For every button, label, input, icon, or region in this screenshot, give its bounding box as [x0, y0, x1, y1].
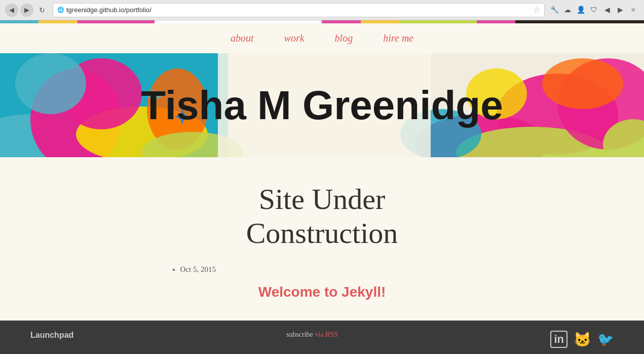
footer: Launchpad subscribe via RSS in 🐱 🐦 [0, 321, 644, 354]
back-button[interactable]: ◀ [5, 4, 18, 17]
browser-chrome: ◀ ▶ ↻ 🌐 ☆ 🔧 ☁ 👤 🛡 ◀ ▶ ≡ [0, 0, 644, 20]
address-input[interactable] [66, 6, 531, 14]
extensions-icon[interactable]: 🔧 [549, 5, 560, 16]
page-icon: 🌐 [57, 7, 64, 13]
under-construction-heading: Site Under Construction [10, 183, 634, 250]
post-list: Oct 5, 2015 [170, 265, 474, 274]
svg-point-5 [15, 53, 86, 114]
shield-icon[interactable]: 🛡 [588, 5, 599, 16]
toolbar-icons: 🔧 ☁ 👤 🛡 ◀ ▶ ≡ [549, 5, 639, 16]
linkedin-icon[interactable]: in [550, 331, 567, 348]
rss-link[interactable]: via RSS [315, 331, 338, 338]
arrow-right-icon[interactable]: ▶ [615, 5, 626, 16]
site-nav: about work blog hire me [0, 23, 644, 53]
menu-icon[interactable]: ≡ [628, 5, 639, 16]
footer-subscribe: subscribe via RSS [286, 331, 338, 339]
nav-buttons: ◀ ▶ ↻ [5, 4, 49, 17]
address-bar-container: 🌐 ☆ [53, 3, 545, 17]
hero-banner: Tisha M Greenidge [0, 53, 644, 157]
main-content: Site Under Construction Oct 5, 2015 Welc… [0, 157, 644, 321]
reload-button[interactable]: ↻ [35, 4, 49, 17]
arrow-left-icon[interactable]: ◀ [601, 5, 613, 16]
nav-blog[interactable]: blog [335, 32, 353, 44]
welcome-link[interactable]: Welcome to Jekyll! [258, 284, 386, 300]
github-icon[interactable]: 🐱 [574, 331, 591, 348]
footer-social-icons: in 🐱 🐦 [550, 331, 614, 348]
nav-work[interactable]: work [284, 32, 305, 44]
twitter-icon[interactable]: 🐦 [597, 332, 614, 347]
user-icon[interactable]: 👤 [575, 5, 586, 16]
hero-title: Tisha M Greenidge [141, 82, 503, 129]
cloud-icon[interactable]: ☁ [562, 5, 573, 16]
footer-launchpad: Launchpad [30, 331, 73, 340]
post-date-item: Oct 5, 2015 [180, 265, 474, 274]
forward-button[interactable]: ▶ [20, 4, 33, 17]
nav-about[interactable]: about [231, 32, 254, 44]
svg-point-15 [542, 58, 623, 109]
nav-hire-me[interactable]: hire me [383, 32, 413, 44]
bookmark-button[interactable]: ☆ [533, 5, 540, 15]
